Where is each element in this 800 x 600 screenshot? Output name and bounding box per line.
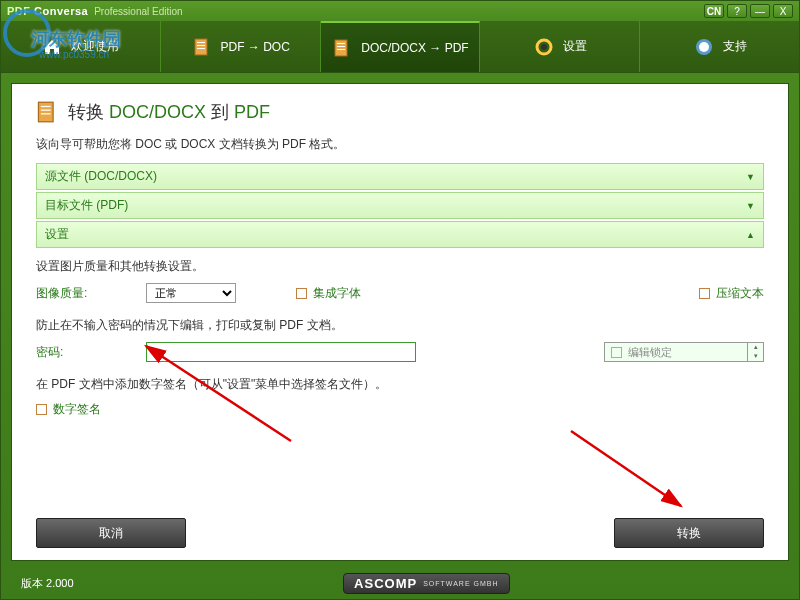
svg-rect-1 (197, 42, 205, 43)
app-window: PDF Conversa Professional Edition CN ? —… (0, 0, 800, 600)
svg-rect-13 (41, 106, 51, 107)
edit-lock-spinner[interactable]: 编辑锁定 ▴▾ (604, 342, 764, 362)
svg-rect-15 (41, 113, 51, 114)
quality-label: 图像质量: (36, 285, 146, 302)
password-label: 密码: (36, 344, 146, 361)
accordion-settings[interactable]: 设置▲ (36, 221, 764, 248)
signature-desc: 在 PDF 文档中添加数字签名（可从"设置"菜单中选择签名文件）。 (36, 376, 764, 393)
svg-point-9 (541, 44, 547, 50)
titlebar: PDF Conversa Professional Edition CN ? —… (1, 1, 799, 21)
doc-icon (191, 36, 213, 58)
password-input[interactable] (146, 342, 416, 362)
checkbox-icon (36, 404, 47, 415)
svg-rect-14 (41, 110, 51, 111)
page-subtitle: 该向导可帮助您将 DOC 或 DOCX 文档转换为 PDF 格式。 (36, 136, 764, 153)
tab-doc-to-pdf[interactable]: DOC/DOCX → PDF (321, 21, 481, 72)
cancel-button[interactable]: 取消 (36, 518, 186, 548)
svg-rect-5 (337, 43, 345, 44)
help-button[interactable]: ? (727, 4, 747, 18)
language-button[interactable]: CN (704, 4, 724, 18)
accordion-source[interactable]: 源文件 (DOC/DOCX)▼ (36, 163, 764, 190)
tab-label: 设置 (563, 38, 587, 55)
page-title: 转换 DOC/DOCX 到 PDF (36, 100, 764, 124)
digital-signature-checkbox[interactable]: 数字签名 (36, 401, 101, 418)
tab-settings[interactable]: 设置 (480, 21, 640, 72)
footer: 版本 2.000 ASCOMPSOFTWARE GMBH (1, 567, 799, 599)
svg-rect-6 (337, 46, 345, 47)
svg-rect-2 (197, 45, 205, 46)
minimize-button[interactable]: — (750, 4, 770, 18)
chevron-down-icon: ▼ (746, 172, 755, 182)
settings-desc: 设置图片质量和其他转换设置。 (36, 258, 764, 275)
tab-label: DOC/DOCX → PDF (361, 41, 468, 55)
svg-rect-0 (195, 39, 207, 55)
svg-rect-12 (38, 102, 53, 122)
settings-section: 设置图片质量和其他转换设置。 图像质量: 正常 集成字体 压缩文本 防止在不输入… (36, 250, 764, 430)
quality-select[interactable]: 正常 (146, 283, 236, 303)
tab-pdf-to-doc[interactable]: PDF → DOC (161, 21, 321, 72)
svg-rect-7 (337, 49, 345, 50)
app-brand: PDF Conversa (7, 5, 88, 17)
tab-bar: 欢迎使用 PDF → DOC DOC/DOCX → PDF 设置 支持 (1, 21, 799, 73)
action-bar: 取消 转换 (36, 506, 764, 548)
convert-button[interactable]: 转换 (614, 518, 764, 548)
company-logo: ASCOMPSOFTWARE GMBH (343, 573, 509, 594)
doc-icon (331, 37, 353, 59)
svg-point-11 (699, 42, 709, 52)
edition-label: Professional Edition (94, 6, 182, 17)
version-label: 版本 2.000 (21, 576, 74, 591)
accordion-target[interactable]: 目标文件 (PDF)▼ (36, 192, 764, 219)
tab-label: 支持 (723, 38, 747, 55)
tab-label: 欢迎使用 (71, 38, 119, 55)
svg-rect-3 (197, 48, 205, 49)
chevron-up-icon: ▲ (746, 230, 755, 240)
checkbox-icon (699, 288, 710, 299)
help-icon (693, 36, 715, 58)
gear-icon (533, 36, 555, 58)
chevron-down-icon: ▼ (746, 201, 755, 211)
content-panel: 转换 DOC/DOCX 到 PDF 该向导可帮助您将 DOC 或 DOCX 文档… (11, 83, 789, 561)
tab-support[interactable]: 支持 (640, 21, 799, 72)
tab-welcome[interactable]: 欢迎使用 (1, 21, 161, 72)
svg-rect-4 (335, 40, 347, 56)
tab-label: PDF → DOC (221, 40, 290, 54)
checkbox-icon (296, 288, 307, 299)
spin-down-icon[interactable]: ▾ (747, 352, 763, 361)
close-button[interactable]: X (773, 4, 793, 18)
embed-font-checkbox[interactable]: 集成字体 (296, 285, 361, 302)
compress-checkbox[interactable]: 压缩文本 (699, 285, 764, 302)
protect-desc: 防止在不输入密码的情况下编辑，打印或复制 PDF 文档。 (36, 317, 764, 334)
spin-up-icon[interactable]: ▴ (747, 343, 763, 352)
checkbox-icon (611, 347, 622, 358)
doc-icon (36, 101, 58, 123)
home-icon (41, 36, 63, 58)
